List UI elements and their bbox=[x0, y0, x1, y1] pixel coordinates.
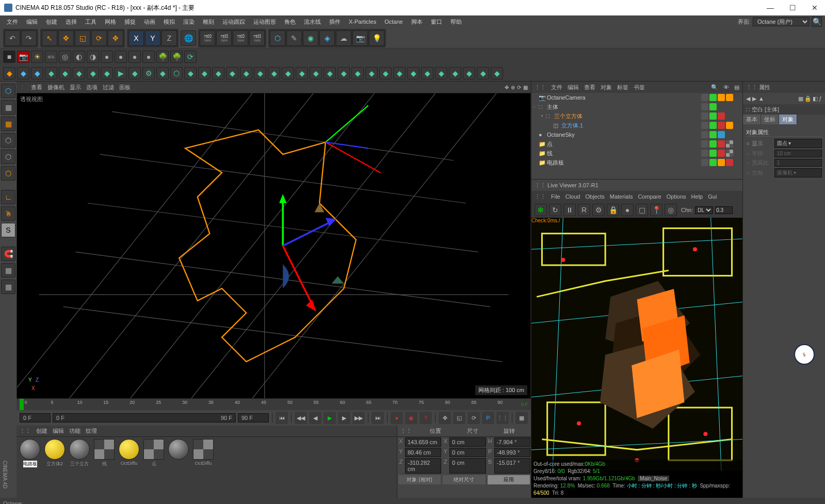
proc-16[interactable]: ◆ bbox=[212, 67, 224, 79]
edge-mode-button[interactable]: ⬡ bbox=[1, 133, 15, 148]
redo-button[interactable]: ↷ bbox=[21, 30, 37, 46]
menu-animate[interactable]: 动画 bbox=[140, 17, 159, 27]
texture-mode-button[interactable]: ▦ bbox=[1, 100, 15, 115]
vp-menu-filter[interactable]: 过滤 bbox=[103, 84, 114, 91]
attr-up-icon[interactable]: ▲ bbox=[758, 95, 764, 102]
om-menu-objects[interactable]: 对象 bbox=[601, 84, 612, 91]
lv-menu-materials[interactable]: Materials bbox=[610, 193, 633, 200]
attr-back-icon[interactable]: ◀ bbox=[746, 95, 750, 102]
size-field[interactable]: 0 cm bbox=[449, 448, 486, 457]
proc-5[interactable]: ◆ bbox=[59, 67, 71, 79]
om-row[interactable]: 📷OctaneCamera bbox=[531, 93, 742, 102]
proc-14[interactable]: ◆ bbox=[184, 67, 197, 79]
drag-icon[interactable]: ⋮⋮ bbox=[746, 84, 757, 91]
render-button[interactable]: 🎬 bbox=[200, 30, 215, 46]
opt-6[interactable]: ▦ bbox=[515, 412, 528, 424]
proc-20[interactable]: ◆ bbox=[268, 67, 280, 79]
om-menu-edit[interactable]: 编辑 bbox=[568, 84, 579, 91]
proc-2[interactable]: ◆ bbox=[17, 67, 29, 79]
range-lo[interactable]: 0 F bbox=[56, 415, 64, 421]
om-row[interactable]: 📁点 bbox=[531, 139, 742, 149]
record-button[interactable]: ● bbox=[391, 412, 403, 424]
viewport[interactable]: 透视视图 bbox=[17, 93, 531, 399]
drag-icon[interactable]: ⋮⋮ bbox=[400, 428, 412, 434]
lv-pause-button[interactable]: ⏸ bbox=[563, 204, 576, 216]
primitive-button[interactable]: ⬡ bbox=[270, 30, 285, 46]
lv-menu-cloud[interactable]: Cloud bbox=[565, 193, 580, 200]
attr-tab-coord[interactable]: 坐标 bbox=[761, 115, 779, 124]
proc-11[interactable]: ⚙ bbox=[142, 67, 155, 79]
drag-icon[interactable]: ⋮⋮ bbox=[535, 182, 546, 189]
menu-render[interactable]: 渲染 bbox=[180, 17, 198, 27]
y-axis-button[interactable]: Y bbox=[145, 30, 160, 46]
axis-button[interactable]: ∟ bbox=[1, 190, 15, 204]
material-item[interactable]: 三个立方 bbox=[68, 439, 91, 467]
drag-icon[interactable]: ⋮⋮ bbox=[535, 193, 546, 200]
maximize-button[interactable]: ☐ bbox=[786, 3, 799, 13]
attr-tab-object[interactable]: 对象 bbox=[779, 115, 797, 124]
opt-1[interactable]: ✥ bbox=[439, 412, 451, 424]
snap-button[interactable]: S bbox=[1, 223, 15, 237]
minimize-button[interactable]: — bbox=[764, 3, 777, 13]
opt-5[interactable]: ⋮⋮ bbox=[496, 412, 509, 424]
oct-sphere4-button[interactable]: ● bbox=[142, 51, 155, 63]
lv-menu-help[interactable]: Help bbox=[691, 193, 703, 200]
menu-help[interactable]: 帮助 bbox=[447, 17, 465, 27]
lv-sphere-button[interactable]: ● bbox=[621, 204, 634, 216]
material-item[interactable]: OctDiffu bbox=[118, 439, 140, 466]
lv-menu-gui[interactable]: Gui bbox=[708, 193, 717, 200]
proc-33[interactable]: ◆ bbox=[449, 67, 461, 79]
spline-button[interactable]: ✎ bbox=[286, 30, 302, 46]
attr-lock-icon[interactable]: 🔒 bbox=[804, 95, 812, 102]
menu-file[interactable]: 文件 bbox=[3, 17, 22, 27]
menu-snap[interactable]: 捕捉 bbox=[121, 17, 139, 27]
lv-reload-button[interactable]: ↻ bbox=[549, 204, 561, 216]
lock1-button[interactable]: ▦ bbox=[1, 263, 15, 278]
render-active-button[interactable]: 🎬 bbox=[249, 30, 265, 46]
proc-7[interactable]: ◆ bbox=[87, 67, 99, 79]
prev-key-button[interactable]: ◀◀ bbox=[295, 412, 307, 424]
proc-32[interactable]: ◆ bbox=[435, 67, 447, 79]
om-menu-file[interactable]: 文件 bbox=[551, 84, 562, 91]
scale-tool[interactable]: ◱ bbox=[75, 30, 90, 46]
deformer-button[interactable]: ◈ bbox=[319, 30, 335, 46]
proc-25[interactable]: ◆ bbox=[337, 67, 350, 79]
proc-34[interactable]: ◆ bbox=[463, 67, 475, 79]
chn-select[interactable]: DL bbox=[695, 206, 713, 214]
model-mode-button[interactable]: ⬡ bbox=[1, 84, 15, 98]
frame-cur-field[interactable]: 90 F bbox=[238, 413, 269, 422]
coord-apply-button[interactable]: 应用 bbox=[488, 475, 530, 484]
proc-27[interactable]: ◆ bbox=[365, 67, 378, 79]
key-button[interactable]: ? bbox=[419, 412, 432, 424]
opt-3[interactable]: ⟳ bbox=[467, 412, 480, 424]
move-tool[interactable]: ✥ bbox=[58, 30, 74, 46]
size-field[interactable]: 0 cm bbox=[449, 458, 486, 474]
recent-tool[interactable]: ✥ bbox=[108, 30, 123, 46]
mat-menu-create[interactable]: 创建 bbox=[36, 427, 47, 435]
search-icon[interactable]: 🔍 bbox=[812, 17, 822, 27]
om-filter-icon[interactable]: ▤ bbox=[734, 84, 739, 91]
lv-num-field[interactable] bbox=[715, 206, 733, 214]
lv-menu-objects[interactable]: Objects bbox=[585, 193, 604, 200]
menu-mograph[interactable]: 运动图形 bbox=[250, 17, 280, 27]
menu-plugins[interactable]: 插件 bbox=[326, 17, 344, 27]
timeline-marker[interactable] bbox=[20, 399, 24, 410]
oct-ies-button[interactable]: IES bbox=[45, 51, 57, 63]
lv-start-button[interactable]: ✻ bbox=[535, 204, 547, 216]
live-select-tool[interactable]: ↖ bbox=[42, 30, 57, 46]
proc-13[interactable]: ⬡ bbox=[170, 67, 183, 79]
camera-button[interactable]: 📷 bbox=[352, 30, 368, 46]
vp-menu-options[interactable]: 选项 bbox=[86, 84, 98, 91]
play-button[interactable]: ▶ bbox=[323, 412, 336, 424]
attr-new-icon[interactable]: ◧ bbox=[813, 95, 818, 102]
render-settings-button[interactable]: 🎬 bbox=[233, 30, 248, 46]
lv-clip-button[interactable]: ▢ bbox=[636, 204, 648, 216]
pos-field[interactable]: -310.282 cm bbox=[405, 458, 441, 474]
mat-menu-edit[interactable]: 编辑 bbox=[53, 427, 64, 435]
lv-menu-options[interactable]: Options bbox=[667, 193, 686, 200]
menu-simulate[interactable]: 模拟 bbox=[160, 17, 179, 27]
om-menu-bookmarks[interactable]: 书签 bbox=[634, 84, 645, 91]
proc-36[interactable]: ◆ bbox=[491, 67, 503, 79]
lv-settings-button[interactable]: ⚙ bbox=[592, 204, 605, 216]
menu-mesh[interactable]: 网格 bbox=[101, 17, 120, 27]
